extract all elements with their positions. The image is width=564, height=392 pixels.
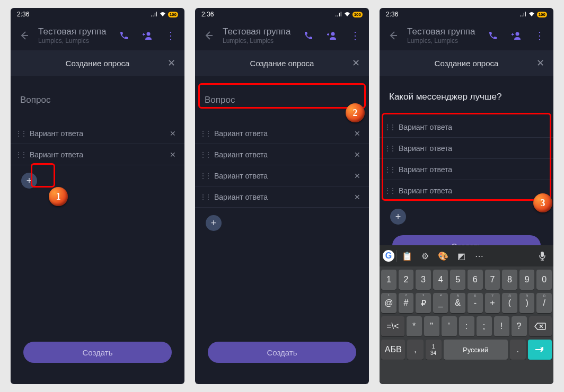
option-row[interactable]: Вариант ответа: [380, 159, 553, 180]
back-button[interactable]: [15, 26, 34, 45]
comma-key[interactable]: ,: [407, 340, 423, 360]
drag-handle-icon[interactable]: [199, 193, 211, 201]
create-button[interactable]: Создать: [392, 235, 541, 245]
key[interactable]: 2: [399, 270, 414, 290]
remove-option-button[interactable]: ✕: [351, 150, 364, 159]
option-row[interactable]: Вариант ответа: [380, 138, 553, 159]
option-row[interactable]: Вариант ответа ✕: [195, 186, 369, 208]
option-input[interactable]: Вариант ответа: [211, 193, 351, 201]
option-row[interactable]: Вариант ответа ✕: [195, 123, 369, 144]
key[interactable]: ;: [477, 316, 492, 336]
close-button[interactable]: ✕: [532, 55, 548, 71]
question-input[interactable]: Вопрос: [19, 92, 176, 110]
backspace-key[interactable]: [529, 316, 552, 336]
add-option-button[interactable]: +: [390, 209, 406, 225]
clipboard-icon[interactable]: 📋: [399, 248, 415, 264]
key[interactable]: ": [424, 316, 439, 336]
symbols-key[interactable]: =\<: [381, 316, 404, 336]
drag-handle-icon[interactable]: [199, 172, 211, 180]
key[interactable]: 3: [416, 270, 431, 290]
remove-option-button[interactable]: ✕: [166, 129, 179, 138]
key[interactable]: (8: [502, 293, 517, 313]
key[interactable]: 7: [485, 270, 500, 290]
remove-option-button[interactable]: ✕: [166, 150, 179, 159]
option-row[interactable]: Вариант ответа ✕: [11, 123, 184, 144]
menu-button[interactable]: ⋮: [161, 26, 180, 45]
drag-handle-icon[interactable]: [199, 151, 211, 158]
key[interactable]: !: [494, 316, 509, 336]
key[interactable]: 0: [536, 270, 552, 290]
remove-option-button[interactable]: ✕: [351, 172, 364, 180]
sticker-icon[interactable]: ◩: [453, 248, 469, 264]
key[interactable]: 5: [450, 270, 465, 290]
google-icon[interactable]: G: [383, 250, 394, 262]
close-button[interactable]: ✕: [163, 55, 179, 71]
drag-handle-icon[interactable]: [15, 130, 27, 137]
key[interactable]: +7: [485, 293, 500, 313]
add-member-button[interactable]: [507, 26, 526, 45]
option-input[interactable]: Вариант ответа: [211, 129, 351, 138]
add-option-button[interactable]: +: [21, 173, 37, 189]
abc-key[interactable]: АБВ: [381, 340, 405, 360]
key[interactable]: :: [459, 316, 474, 336]
keyboard[interactable]: G 📋 ⚙ 🎨 ◩ ⋯ 1234567890 @¹#²₽³_⁴&5-6+7(8)…: [380, 245, 553, 384]
call-button[interactable]: [483, 26, 503, 45]
period-key[interactable]: .: [510, 340, 526, 360]
key[interactable]: ₽³: [416, 293, 431, 313]
drag-handle-icon[interactable]: [384, 123, 395, 131]
option-row[interactable]: Вариант ответа ✕: [11, 144, 184, 165]
back-button[interactable]: [384, 26, 403, 45]
question-input[interactable]: Какой мессенджер лучше?: [388, 88, 545, 107]
create-button[interactable]: Создать: [23, 342, 172, 363]
remove-option-button[interactable]: ✕: [351, 129, 364, 138]
back-button[interactable]: [199, 26, 218, 45]
key[interactable]: _⁴: [433, 293, 448, 313]
space-key[interactable]: Русский: [444, 340, 508, 360]
key[interactable]: ?: [512, 316, 527, 336]
keyboard-suggestion-bar[interactable]: G 📋 ⚙ 🎨 ◩ ⋯: [380, 245, 553, 266]
key[interactable]: 8: [502, 270, 517, 290]
remove-option-button[interactable]: ✕: [351, 193, 364, 201]
drag-handle-icon[interactable]: [199, 130, 211, 137]
num-toggle-key[interactable]: 1 34: [426, 340, 442, 360]
drag-handle-icon[interactable]: [384, 145, 395, 152]
key[interactable]: 6: [468, 270, 483, 290]
option-input[interactable]: Вариант ответа: [211, 172, 351, 180]
key[interactable]: -6: [468, 293, 483, 313]
mic-icon[interactable]: [534, 248, 550, 264]
option-input[interactable]: Вариант ответа: [27, 150, 166, 159]
key[interactable]: )9: [519, 293, 535, 313]
chat-title-block[interactable]: Тестовая группа Lumpics, Lumpics: [223, 26, 295, 44]
add-member-button[interactable]: [138, 26, 157, 45]
settings-icon[interactable]: ⚙: [417, 248, 433, 264]
drag-handle-icon[interactable]: [384, 187, 395, 194]
key[interactable]: *: [407, 316, 422, 336]
drag-handle-icon[interactable]: [384, 166, 395, 173]
option-input[interactable]: Вариант ответа: [395, 123, 548, 131]
call-button[interactable]: [299, 26, 318, 45]
more-icon[interactable]: ⋯: [471, 248, 487, 264]
menu-button[interactable]: ⋮: [346, 26, 365, 45]
call-button[interactable]: [114, 26, 134, 45]
key[interactable]: 1: [381, 270, 396, 290]
menu-button[interactable]: ⋮: [530, 26, 549, 45]
key[interactable]: @¹: [381, 293, 396, 313]
option-row[interactable]: Вариант ответа: [380, 180, 553, 201]
option-input[interactable]: Вариант ответа: [395, 186, 548, 195]
option-input[interactable]: Вариант ответа: [211, 150, 351, 159]
chat-title-block[interactable]: Тестовая группа Lumpics, Lumpics: [38, 26, 110, 44]
key[interactable]: /0: [536, 293, 552, 313]
option-row[interactable]: Вариант ответа ✕: [195, 165, 369, 186]
option-input[interactable]: Вариант ответа: [395, 165, 548, 174]
palette-icon[interactable]: 🎨: [435, 248, 451, 264]
question-input[interactable]: Вопрос: [204, 92, 360, 110]
add-option-button[interactable]: +: [206, 215, 222, 231]
option-input[interactable]: Вариант ответа: [395, 144, 548, 153]
chat-title-block[interactable]: Тестовая группа Lumpics, Lumpics: [407, 26, 479, 44]
add-member-button[interactable]: [322, 26, 341, 45]
key[interactable]: &5: [450, 293, 465, 313]
key[interactable]: 4: [433, 270, 448, 290]
enter-key[interactable]: [528, 340, 552, 360]
option-row[interactable]: Вариант ответа ✕: [195, 144, 369, 165]
option-input[interactable]: Вариант ответа: [27, 129, 166, 138]
